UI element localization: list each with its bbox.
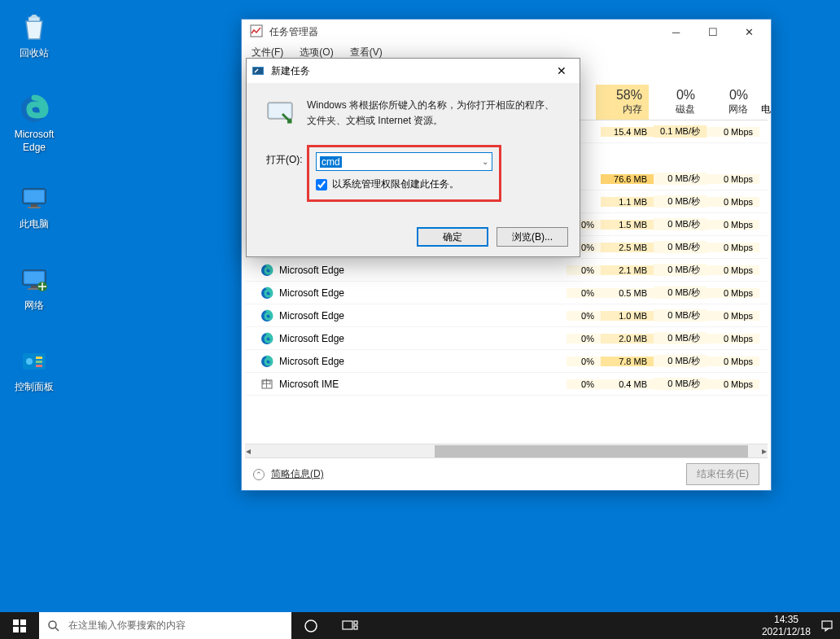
chevron-down-icon[interactable]: ⌄: [482, 157, 488, 166]
process-row[interactable]: Microsoft Edge0%7.8 MB0 MB/秒0 Mbps: [245, 350, 768, 373]
svg-rect-31: [13, 619, 19, 625]
cell-network: 0 Mbps: [707, 357, 759, 366]
cell-memory: 76.6 MB: [601, 174, 654, 184]
svg-rect-15: [36, 365, 42, 367]
svg-rect-8: [31, 286, 37, 288]
desktop-icon-control-panel[interactable]: 控制面板: [3, 345, 65, 394]
admin-checkbox[interactable]: [316, 179, 327, 190]
start-button[interactable]: [0, 612, 39, 639]
cell-memory: 1.0 MB: [601, 311, 654, 321]
dialog-title: 新建任务: [271, 64, 549, 78]
cell-cpu: 0%: [567, 334, 601, 344]
desktop-icon-label: 网络: [3, 300, 65, 313]
svg-rect-28: [253, 68, 263, 74]
col-network[interactable]: 0% 网络: [702, 85, 755, 120]
svg-point-35: [49, 621, 56, 628]
taskbar: 在这里输入你要搜索的内容 14:35 2021/12/18: [0, 612, 840, 639]
process-row[interactable]: Microsoft Edge0%2.0 MB0 MB/秒0 Mbps: [245, 327, 768, 350]
cell-network: 0 Mbps: [707, 265, 759, 275]
svg-rect-5: [28, 207, 41, 208]
cell-disk: 0 MB/秒: [654, 355, 707, 367]
svg-rect-16: [251, 25, 262, 37]
open-combobox[interactable]: cmd ⌄: [316, 152, 492, 171]
process-name: Microsoft Edge: [279, 356, 567, 367]
col-extra[interactable]: 电: [755, 99, 768, 120]
fewer-details-link[interactable]: 简略信息(D): [271, 467, 324, 481]
admin-checkbox-label: 以系统管理权限创建此任务。: [332, 177, 459, 191]
system-tray: 14:35 2021/12/18: [762, 614, 840, 637]
cell-disk: 0 MB/秒: [654, 309, 707, 322]
svg-rect-4: [31, 204, 37, 207]
end-task-button[interactable]: 结束任务(E): [686, 463, 759, 485]
process-name: Microsoft IME: [279, 379, 567, 390]
cell-network: 0 Mbps: [707, 334, 759, 344]
titlebar[interactable]: 任务管理器 ─ ☐ ✕: [242, 20, 771, 44]
monitor-icon: [18, 182, 50, 215]
dialog-close-button[interactable]: ✕: [549, 64, 575, 77]
cell-cpu: 0%: [567, 288, 601, 298]
process-icon: 中: [260, 377, 274, 392]
run-large-icon: [266, 98, 295, 127]
desktop-icon-this-pc[interactable]: 此电脑: [3, 182, 65, 231]
desktop-icon-label: 此电脑: [3, 218, 65, 231]
search-icon: [47, 619, 60, 632]
svg-rect-38: [354, 621, 357, 624]
process-name: Microsoft Edge: [279, 310, 567, 322]
cell-memory: 15.4 MB: [601, 127, 654, 137]
cell-disk: 0 MB/秒: [654, 195, 707, 208]
svg-point-12: [26, 358, 33, 365]
browse-button[interactable]: 浏览(B)...: [497, 227, 568, 247]
cell-network: 0 Mbps: [707, 220, 759, 230]
col-memory[interactable]: 58% 内存: [596, 85, 649, 120]
search-box[interactable]: 在这里输入你要搜索的内容: [39, 612, 291, 639]
cell-disk: 0 MB/秒: [654, 241, 707, 253]
cell-network: 0 Mbps: [707, 379, 759, 389]
highlighted-region: cmd ⌄ 以系统管理权限创建此任务。: [307, 145, 501, 202]
svg-text:中: 中: [262, 378, 272, 389]
cell-cpu: 0%: [567, 379, 601, 389]
svg-rect-13: [36, 357, 42, 359]
cell-memory: 1.5 MB: [601, 220, 654, 230]
svg-rect-14: [36, 361, 42, 363]
process-name: Microsoft Edge: [279, 287, 567, 299]
svg-point-36: [305, 620, 317, 632]
cell-memory: 2.1 MB: [601, 265, 654, 275]
dialog-titlebar[interactable]: 新建任务 ✕: [247, 59, 580, 83]
cell-network: 0 Mbps: [707, 127, 759, 137]
process-row[interactable]: Microsoft Edge0%0.5 MB0 MB/秒0 Mbps: [245, 282, 768, 304]
notifications-icon[interactable]: [820, 619, 833, 632]
desktop-icon-network[interactable]: 网络: [3, 264, 65, 313]
chevron-up-icon: ⌃: [253, 469, 265, 480]
open-value: cmd: [320, 156, 342, 168]
cell-memory: 1.1 MB: [601, 197, 654, 207]
cell-cpu: 0%: [567, 265, 601, 275]
cell-disk: 0 MB/秒: [654, 332, 707, 344]
minimize-button[interactable]: ─: [658, 20, 694, 43]
tray-clock[interactable]: 14:35 2021/12/18: [762, 614, 811, 637]
cell-memory: 7.8 MB: [601, 357, 654, 366]
col-disk[interactable]: 0% 磁盘: [649, 85, 702, 120]
cell-disk: 0 MB/秒: [654, 173, 707, 185]
svg-rect-3: [24, 190, 44, 202]
task-view-button[interactable]: [330, 612, 370, 639]
ok-button[interactable]: 确定: [417, 227, 488, 247]
process-row[interactable]: Microsoft Edge0%1.0 MB0 MB/秒0 Mbps: [245, 304, 768, 327]
process-icon: [260, 354, 274, 369]
horizontal-scrollbar[interactable]: ◂ ▸: [245, 444, 768, 457]
close-button[interactable]: ✕: [731, 20, 768, 43]
dialog-message: Windows 将根据你所键入的名称，为你打开相应的程序、文件夹、文档或 Int…: [307, 98, 560, 129]
cell-disk: 0 MB/秒: [654, 287, 707, 299]
desktop-icon-edge[interactable]: Microsoft Edge: [3, 93, 65, 154]
run-icon: [252, 64, 265, 77]
process-row[interactable]: Microsoft Edge0%2.1 MB0 MB/秒0 Mbps: [245, 259, 768, 282]
process-name: Microsoft Edge: [279, 265, 567, 276]
maximize-button[interactable]: ☐: [694, 20, 731, 43]
cortana-button[interactable]: [291, 612, 330, 639]
desktop-icon-label: Microsoft Edge: [3, 129, 65, 154]
admin-checkbox-row[interactable]: 以系统管理权限创建此任务。: [316, 177, 492, 191]
cell-memory: 0.5 MB: [601, 288, 654, 298]
cell-memory: 2.0 MB: [601, 334, 654, 344]
desktop-icon-recycle-bin[interactable]: 回收站: [3, 11, 65, 60]
desktop-icon-label: 回收站: [3, 47, 65, 60]
process-row[interactable]: 中Microsoft IME0%0.4 MB0 MB/秒0 Mbps: [245, 373, 768, 396]
